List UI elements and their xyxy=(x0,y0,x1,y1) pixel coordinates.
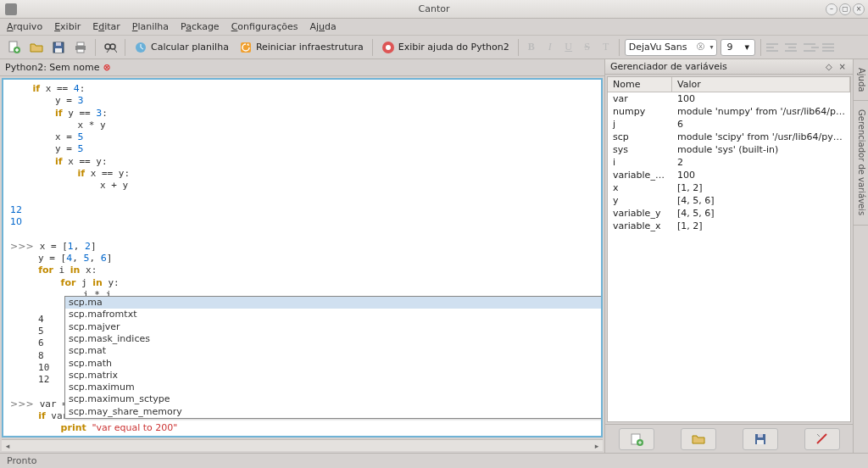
autocomplete-item[interactable]: scp.matrix xyxy=(65,370,603,382)
print-button[interactable] xyxy=(71,38,90,57)
font-size: 9 xyxy=(726,42,732,53)
svg-rect-3 xyxy=(56,42,61,46)
calcular-button[interactable]: Calcular planilha xyxy=(131,41,232,54)
var-row[interactable]: variable_var100 xyxy=(608,169,850,181)
var-row[interactable]: numpymodule 'numpy' from '/usr/lib64/pyt… xyxy=(608,105,850,118)
align-justify-button[interactable] xyxy=(822,40,837,55)
var-row[interactable]: y[4, 5, 6] xyxy=(608,194,850,207)
align-center-button[interactable] xyxy=(785,40,800,55)
var-row[interactable]: sysmodule 'sys' (built-in) xyxy=(608,143,850,156)
chevron-down-icon: ▾ xyxy=(709,43,713,51)
chevron-down-icon: ▾ xyxy=(744,42,749,53)
var-table: Nome Valor var100numpymodule 'numpy' fro… xyxy=(607,76,851,422)
autocomplete-popup[interactable]: scp.mascp.mafromtxtscp.majverscp.mask_in… xyxy=(64,296,603,419)
var-value: module 'sys' (built-in) xyxy=(672,143,850,156)
side-tab-ajuda[interactable]: Ajuda xyxy=(854,59,868,101)
svg-rect-7 xyxy=(77,49,84,53)
menu-ajuda[interactable]: Ajuda xyxy=(309,21,336,32)
align-right-button[interactable] xyxy=(804,40,819,55)
var-name: var xyxy=(608,92,672,105)
svg-rect-6 xyxy=(77,42,84,46)
var-value: 2 xyxy=(672,156,850,169)
var-row[interactable]: var100 xyxy=(608,92,850,105)
autocomplete-item[interactable]: scp.math xyxy=(65,358,603,370)
var-value: 100 xyxy=(672,92,850,105)
menu-planilha[interactable]: Planilha xyxy=(132,21,169,32)
underline-button[interactable]: U xyxy=(561,40,576,55)
var-value: 6 xyxy=(672,118,850,131)
autocomplete-item[interactable]: scp.mafromtxt xyxy=(65,309,603,320)
minimize-button[interactable]: – xyxy=(826,3,837,15)
var-add-button[interactable] xyxy=(619,428,654,450)
new-button[interactable] xyxy=(5,38,24,57)
side-tab-gerenciador[interactable]: Gerenciador de variáveis xyxy=(854,101,868,225)
menu-configuracoes[interactable]: Configurações xyxy=(231,21,298,32)
var-row[interactable]: variable_y[4, 5, 6] xyxy=(608,207,850,220)
window-title: Cantor xyxy=(419,3,450,14)
autocomplete-item[interactable]: scp.may_share_memory xyxy=(65,406,603,418)
tab-close-icon[interactable]: ⊗ xyxy=(103,62,110,73)
var-row[interactable]: i2 xyxy=(608,156,850,169)
tab-label[interactable]: Python2: Sem nome xyxy=(5,62,99,73)
var-panel-header: Gerenciador de variáveis ◇ × xyxy=(605,59,853,75)
var-open-button[interactable] xyxy=(681,428,716,450)
scroll-left-icon[interactable]: ◂ xyxy=(2,442,14,450)
var-save-button[interactable] xyxy=(743,428,778,450)
menu-arquivo[interactable]: Arquivo xyxy=(7,21,42,32)
var-name: numpy xyxy=(608,105,672,118)
panel-close-icon[interactable]: × xyxy=(837,62,848,71)
panel-detach-icon[interactable]: ◇ xyxy=(824,62,834,71)
svg-point-13 xyxy=(386,45,391,50)
italic-button[interactable]: I xyxy=(542,40,558,55)
code-editor[interactable]: if x == 4: y = 3 if y == 3: x * y x = 5 … xyxy=(2,78,603,437)
find-button[interactable] xyxy=(101,38,120,57)
app-icon xyxy=(5,3,17,15)
reiniciar-button[interactable]: Reiniciar infraestrutura xyxy=(236,41,367,54)
var-row[interactable]: x[1, 2] xyxy=(608,181,850,194)
autocomplete-item[interactable]: scp.majver xyxy=(65,321,603,333)
scroll-right-icon[interactable]: ▸ xyxy=(591,442,603,450)
var-row[interactable]: variable_x[1, 2] xyxy=(608,220,850,232)
var-value: [1, 2] xyxy=(672,181,850,194)
autocomplete-item[interactable]: scp.maximum_sctype xyxy=(65,393,603,405)
autocomplete-item[interactable]: scp.ma xyxy=(65,297,603,309)
autocomplete-item[interactable]: scp.maximum xyxy=(65,382,603,393)
autocomplete-item[interactable]: scp.mat xyxy=(65,345,603,357)
font-button[interactable]: T xyxy=(598,40,614,55)
status-text: Pronto xyxy=(7,455,36,466)
exibir-ajuda-button[interactable]: Exibir ajuda do Python2 xyxy=(378,41,513,54)
var-name: variable_var xyxy=(608,169,672,181)
svg-point-8 xyxy=(105,44,110,49)
var-value: [4, 5, 6] xyxy=(672,194,850,207)
save-button[interactable] xyxy=(49,38,68,57)
menu-package[interactable]: Package xyxy=(181,21,220,32)
var-value: module 'scipy' from '/usr/lib64/pytho... xyxy=(672,131,850,143)
strike-button[interactable]: S xyxy=(580,40,595,55)
var-col-name[interactable]: Nome xyxy=(608,77,672,92)
var-name: j xyxy=(608,118,672,131)
menu-editar[interactable]: Editar xyxy=(92,21,120,32)
font-name: DejaVu Sans xyxy=(629,42,687,53)
h-scrollbar[interactable]: ◂ ▸ xyxy=(2,439,603,451)
autocomplete-item[interactable]: scp.mask_indices xyxy=(65,333,603,345)
var-col-value[interactable]: Valor xyxy=(672,77,850,92)
align-left-button[interactable] xyxy=(766,40,782,55)
maximize-button[interactable]: ▢ xyxy=(839,3,851,15)
var-value: [1, 2] xyxy=(672,220,850,232)
var-name: variable_y xyxy=(608,207,672,220)
bold-button[interactable]: B xyxy=(524,40,539,55)
var-delete-button[interactable] xyxy=(804,428,840,450)
fontsize-combo[interactable]: 9 ▾ xyxy=(721,39,755,56)
var-name: i xyxy=(608,156,672,169)
clear-font-icon[interactable]: ⓧ xyxy=(697,42,704,53)
close-button[interactable]: × xyxy=(853,3,865,15)
svg-rect-17 xyxy=(758,434,763,437)
font-combo[interactable]: DejaVu Sans ⓧ ▾ xyxy=(625,39,718,56)
var-row[interactable]: j6 xyxy=(608,118,850,131)
menu-exibir[interactable]: Exibir xyxy=(54,21,81,32)
var-name: sys xyxy=(608,143,672,156)
var-row[interactable]: scpmodule 'scipy' from '/usr/lib64/pytho… xyxy=(608,131,850,143)
svg-rect-4 xyxy=(55,48,62,53)
titlebar: Cantor – ▢ × xyxy=(0,0,868,19)
open-button[interactable] xyxy=(27,38,46,57)
